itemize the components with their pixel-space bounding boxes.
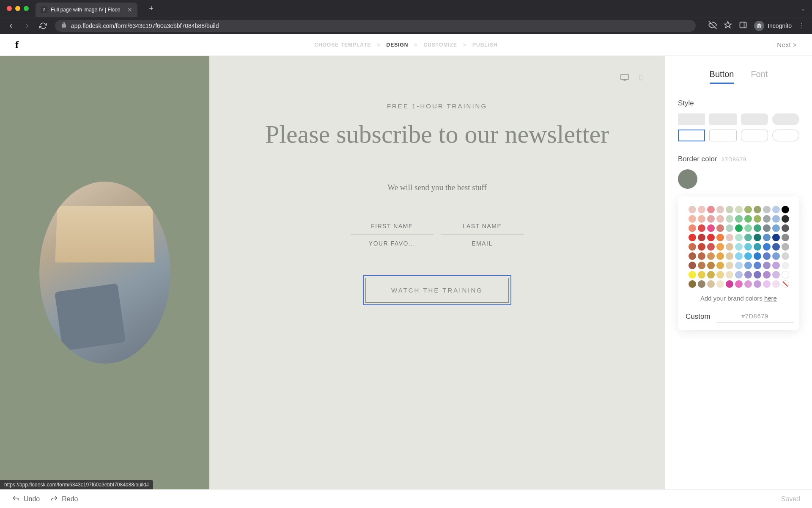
color-swatch[interactable] [726,271,733,279]
color-swatch[interactable] [726,215,733,223]
mobile-preview-icon[interactable] [638,73,644,84]
color-swatch[interactable] [754,271,761,279]
color-swatch[interactable] [754,262,761,269]
color-swatch[interactable] [716,252,724,260]
color-swatch[interactable] [772,206,780,213]
color-swatch[interactable] [782,234,789,241]
headline-text[interactable]: Please subscribe to our newsletter [235,120,639,149]
eyebrow-text[interactable]: FREE 1-HOUR TRAINING [235,102,639,110]
new-tab-button[interactable]: + [149,4,154,13]
color-swatch[interactable] [726,262,733,269]
color-swatch[interactable] [689,280,696,288]
color-swatch[interactable] [707,234,715,241]
color-swatch[interactable] [772,234,780,241]
color-swatch[interactable] [735,215,743,223]
color-swatch[interactable] [763,215,771,223]
color-swatch[interactable] [735,280,743,288]
email-field[interactable] [441,235,524,252]
sidebar-tab-font[interactable]: Font [751,69,768,84]
color-swatch[interactable] [698,280,705,288]
browser-tab[interactable]: f Full page with image IV | Flode ✕ [36,3,137,17]
color-swatch[interactable] [782,215,789,223]
color-swatch[interactable] [763,271,771,279]
color-swatch[interactable] [716,224,724,232]
color-swatch[interactable] [735,206,743,213]
color-swatch[interactable] [707,280,715,288]
color-swatch[interactable] [754,280,761,288]
color-swatch[interactable] [689,224,696,232]
color-swatch[interactable] [782,271,789,279]
color-swatch[interactable] [754,243,761,251]
next-button[interactable]: Next > [777,41,797,48]
color-swatch[interactable] [735,271,743,279]
color-swatch[interactable] [726,234,733,241]
color-swatch[interactable] [698,271,705,279]
style-outline-rounded-sm[interactable] [709,130,736,141]
subtext[interactable]: We will send you the best stuff [235,183,639,192]
color-swatch[interactable] [735,262,743,269]
close-window-button[interactable] [7,6,12,11]
color-swatch[interactable] [716,215,724,223]
color-swatch[interactable] [707,262,715,269]
color-swatch[interactable] [689,234,696,241]
color-swatch[interactable] [716,262,724,269]
maximize-window-button[interactable] [24,6,29,11]
tabs-dropdown-icon[interactable]: ⌄ [801,6,805,12]
reload-button[interactable] [39,22,47,30]
color-swatch[interactable] [707,206,715,213]
color-swatch[interactable] [782,224,789,232]
color-swatch[interactable] [689,252,696,260]
color-swatch[interactable] [698,206,705,213]
address-bar[interactable]: app.flodesk.com/form/6343c197f60a3ebbf70… [55,20,696,32]
color-swatch[interactable] [744,243,752,251]
style-outline-square[interactable] [678,130,705,141]
side-panel-icon[interactable] [739,21,747,31]
forward-button[interactable] [23,22,31,30]
color-swatch[interactable] [744,234,752,241]
color-swatch[interactable] [698,243,705,251]
color-swatch[interactable] [726,243,733,251]
color-swatch[interactable] [716,280,724,288]
color-swatch[interactable] [754,252,761,260]
color-swatch[interactable] [772,243,780,251]
wizard-step-choose-template[interactable]: CHOOSE TEMPLATE [314,42,371,48]
current-color-swatch[interactable] [678,169,697,189]
color-swatch[interactable] [716,234,724,241]
favorite-field[interactable] [351,235,434,252]
color-swatch[interactable] [772,224,780,232]
eye-off-icon[interactable] [708,21,717,31]
color-swatch[interactable] [744,215,752,223]
color-swatch[interactable] [744,262,752,269]
custom-color-input[interactable] [716,310,794,323]
color-swatch[interactable] [772,280,780,288]
app-logo[interactable]: f [15,39,19,50]
color-swatch[interactable] [726,252,733,260]
color-swatch[interactable] [782,243,789,251]
color-swatch[interactable] [698,224,705,232]
style-filled-pill[interactable] [772,113,799,125]
wizard-step-publish[interactable]: PUBLISH [472,42,498,48]
color-swatch[interactable] [689,215,696,223]
undo-button[interactable]: Undo [12,495,40,503]
color-swatch[interactable] [763,234,771,241]
color-swatch[interactable] [763,252,771,260]
color-swatch[interactable] [707,215,715,223]
color-swatch[interactable] [744,252,752,260]
wizard-step-design[interactable]: DESIGN [386,42,408,48]
close-tab-icon[interactable]: ✕ [127,6,132,13]
color-swatch[interactable] [707,243,715,251]
color-swatch[interactable] [772,262,780,269]
color-swatch[interactable] [726,280,733,288]
style-filled-square[interactable] [678,113,705,125]
color-swatch[interactable] [716,243,724,251]
cta-button[interactable]: WATCH THE TRAINING [365,278,509,303]
color-swatch[interactable] [744,206,752,213]
color-swatch[interactable] [689,243,696,251]
color-swatch[interactable] [698,215,705,223]
color-swatch[interactable] [754,215,761,223]
color-swatch[interactable] [735,243,743,251]
color-swatch[interactable] [707,271,715,279]
color-swatch[interactable] [754,234,761,241]
color-swatch[interactable] [735,234,743,241]
color-swatch[interactable] [754,206,761,213]
